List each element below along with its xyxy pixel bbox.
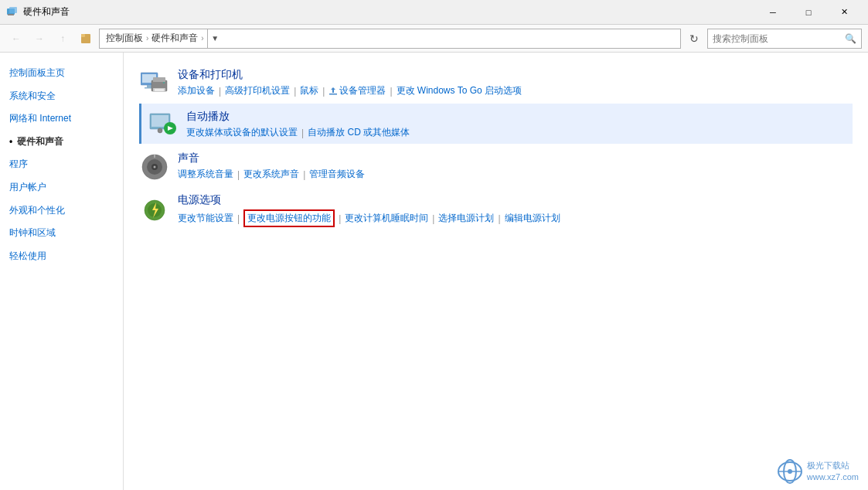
link-autoplay-cd[interactable]: 自动播放 CD 或其他媒体 bbox=[308, 126, 410, 139]
link-power-button[interactable]: 更改电源按钮的功能 bbox=[243, 209, 335, 227]
section-power-header: 电源选项 更改节能设置 | 更改电源按钮的功能 | 更改计算机睡眠时间 | 选择… bbox=[139, 187, 853, 230]
svg-point-23 bbox=[154, 166, 156, 168]
address-bar: ← → ↑ 控制面板 › 硬件和声音 › ▼ ↻ 🔍 bbox=[0, 25, 868, 53]
maximize-button[interactable]: □ bbox=[791, 0, 826, 25]
link-device-manager[interactable]: 设备管理器 bbox=[339, 84, 386, 97]
section-devices-header: 设备和打印机 添加设备 | 高级打印机设置 | 鼠标 | bbox=[139, 62, 853, 102]
file-icon bbox=[76, 29, 96, 49]
sidebar-item-ease[interactable]: 轻松使用 bbox=[0, 245, 123, 268]
autoplay-links: 更改媒体或设备的默认设置 | 自动播放 CD 或其他媒体 bbox=[186, 126, 853, 139]
link-power-saving[interactable]: 更改节能设置 bbox=[178, 212, 233, 225]
sound-title-block: 声音 调整系统音量 | 更改系统声音 | 管理音频设备 bbox=[178, 151, 853, 181]
link-adjust-volume[interactable]: 调整系统音量 bbox=[178, 168, 233, 181]
address-field[interactable]: 控制面板 › 硬件和声音 › ▼ bbox=[99, 29, 681, 49]
svg-rect-1 bbox=[9, 7, 17, 13]
up-button[interactable]: ↑ bbox=[53, 29, 73, 49]
devices-title[interactable]: 设备和打印机 bbox=[178, 68, 853, 82]
title-bar-title: 硬件和声音 bbox=[23, 5, 755, 19]
link-manage-audio[interactable]: 管理音频设备 bbox=[309, 168, 365, 181]
title-bar: 硬件和声音 ─ □ ✕ bbox=[0, 0, 868, 25]
autoplay-title[interactable]: 自动播放 bbox=[186, 110, 853, 124]
section-autoplay: 自动播放 更改媒体或设备的默认设置 | 自动播放 CD 或其他媒体 bbox=[139, 104, 853, 144]
breadcrumb-item-2: 硬件和声音 bbox=[151, 32, 198, 45]
section-power: 电源选项 更改节能设置 | 更改电源按钮的功能 | 更改计算机睡眠时间 | 选择… bbox=[139, 187, 853, 230]
link-power-plan[interactable]: 选择电源计划 bbox=[438, 212, 494, 225]
link-sleep-time[interactable]: 更改计算机睡眠时间 bbox=[345, 212, 428, 225]
search-icon: 🔍 bbox=[845, 33, 856, 44]
svg-rect-10 bbox=[153, 77, 165, 82]
link-printer-settings[interactable]: 高级打印机设置 bbox=[225, 84, 290, 97]
svg-rect-7 bbox=[147, 85, 151, 87]
search-input[interactable] bbox=[713, 33, 842, 44]
link-change-sound[interactable]: 更改系统声音 bbox=[243, 168, 299, 181]
svg-rect-2 bbox=[8, 14, 14, 15]
sound-title[interactable]: 声音 bbox=[178, 151, 853, 165]
sidebar-item-appearance[interactable]: 外观和个性化 bbox=[0, 199, 123, 223]
svg-rect-14 bbox=[329, 94, 337, 95]
link-autoplay-default[interactable]: 更改媒体或设备的默认设置 bbox=[186, 126, 298, 139]
sidebar-item-home[interactable]: 控制面板主页 bbox=[0, 62, 123, 85]
sidebar-item-network[interactable]: 网络和 Internet bbox=[0, 107, 123, 131]
svg-point-13 bbox=[163, 82, 165, 83]
breadcrumb-sep-2: › bbox=[201, 34, 203, 43]
svg-rect-4 bbox=[81, 34, 85, 37]
breadcrumb-item-1: 控制面板 bbox=[106, 32, 143, 45]
svg-point-31 bbox=[788, 469, 792, 474]
main-layout: 控制面板主页 系统和安全 网络和 Internet 硬件和声音 程序 用户帐户 … bbox=[0, 53, 868, 490]
sound-icon bbox=[139, 151, 170, 182]
title-bar-icon bbox=[6, 6, 19, 19]
refresh-button[interactable]: ↻ bbox=[684, 29, 704, 49]
power-links: 更改节能设置 | 更改电源按钮的功能 | 更改计算机睡眠时间 | 选择电源计划 … bbox=[178, 209, 853, 227]
devices-links: 添加设备 | 高级打印机设置 | 鼠标 | 设备管理器 bbox=[178, 84, 853, 97]
sidebar-item-user[interactable]: 用户帐户 bbox=[0, 176, 123, 199]
breadcrumb-sep-1: › bbox=[146, 34, 148, 43]
power-icon bbox=[139, 193, 170, 224]
sidebar-item-clock[interactable]: 时钟和区域 bbox=[0, 222, 123, 245]
devices-icon bbox=[139, 68, 170, 99]
devices-title-block: 设备和打印机 添加设备 | 高级打印机设置 | 鼠标 | bbox=[178, 68, 853, 97]
watermark: 极光下载站 www.xz7.com bbox=[778, 459, 859, 484]
forward-button[interactable]: → bbox=[29, 29, 49, 49]
content-area: 设备和打印机 添加设备 | 高级打印机设置 | 鼠标 | bbox=[124, 53, 868, 490]
autoplay-title-block: 自动播放 更改媒体或设备的默认设置 | 自动播放 CD 或其他媒体 bbox=[186, 110, 853, 139]
section-devices: 设备和打印机 添加设备 | 高级打印机设置 | 鼠标 | bbox=[139, 62, 853, 102]
sidebar-item-system[interactable]: 系统和安全 bbox=[0, 85, 123, 108]
power-title-block: 电源选项 更改节能设置 | 更改电源按钮的功能 | 更改计算机睡眠时间 | 选择… bbox=[178, 193, 853, 227]
section-autoplay-header: 自动播放 更改媒体或设备的默认设置 | 自动播放 CD 或其他媒体 bbox=[148, 104, 853, 144]
link-add-device[interactable]: 添加设备 bbox=[178, 84, 215, 97]
sidebar-item-hardware[interactable]: 硬件和声音 bbox=[0, 131, 123, 154]
svg-rect-12 bbox=[155, 89, 164, 91]
svg-point-17 bbox=[158, 128, 162, 133]
breadcrumb: 控制面板 › 硬件和声音 › bbox=[106, 32, 204, 45]
link-edit-plan[interactable]: 编辑电源计划 bbox=[505, 212, 560, 225]
search-field: 🔍 bbox=[707, 29, 862, 49]
sidebar: 控制面板主页 系统和安全 网络和 Internet 硬件和声音 程序 用户帐户 … bbox=[0, 53, 124, 490]
back-button[interactable]: ← bbox=[6, 29, 26, 49]
sidebar-item-programs[interactable]: 程序 bbox=[0, 153, 123, 176]
close-button[interactable]: ✕ bbox=[826, 0, 862, 25]
address-dropdown-button[interactable]: ▼ bbox=[207, 29, 223, 49]
minimize-button[interactable]: ─ bbox=[755, 0, 791, 25]
watermark-text: 极光下载站 www.xz7.com bbox=[807, 460, 859, 484]
power-title[interactable]: 电源选项 bbox=[178, 193, 853, 207]
title-bar-controls: ─ □ ✕ bbox=[755, 0, 862, 25]
link-mouse[interactable]: 鼠标 bbox=[300, 84, 318, 97]
link-windows-to-go[interactable]: 更改 Windows To Go 启动选项 bbox=[397, 84, 522, 97]
section-sound-header: 声音 调整系统音量 | 更改系统声音 | 管理音频设备 bbox=[139, 145, 853, 185]
sound-links: 调整系统音量 | 更改系统声音 | 管理音频设备 bbox=[178, 168, 853, 181]
autoplay-icon bbox=[148, 110, 179, 141]
section-sound: 声音 调整系统音量 | 更改系统声音 | 管理音频设备 bbox=[139, 145, 853, 185]
